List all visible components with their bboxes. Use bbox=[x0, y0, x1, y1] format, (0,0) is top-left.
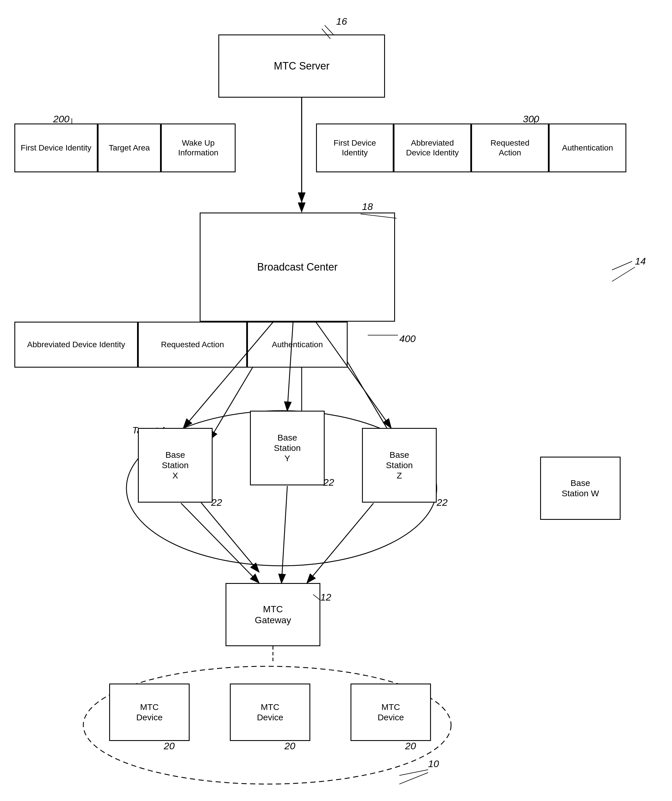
svg-line-11 bbox=[400, 772, 428, 784]
ref-12: 12 bbox=[320, 592, 331, 603]
mtc-gateway-label: MTCGateway bbox=[255, 604, 291, 626]
msg300-field4: Authentication bbox=[549, 124, 626, 172]
ref-22-x: 22 bbox=[211, 497, 222, 508]
ref-20-2: 20 bbox=[284, 740, 295, 751]
msg200-field1: First Device Identity bbox=[15, 124, 98, 172]
msg200-field3: Wake UpInformation bbox=[161, 124, 235, 172]
msg200-field2: Target Area bbox=[98, 124, 161, 172]
diagram-container: 16 MTC Server 200 First Device Identity … bbox=[0, 0, 672, 801]
svg-line-8 bbox=[612, 267, 635, 281]
msg400-field2: Requested Action bbox=[138, 322, 247, 368]
mtc-device-2-box: MTCDevice bbox=[230, 684, 310, 741]
msg400-field1: Abbreviated Device Identity bbox=[15, 322, 138, 368]
msg300-field1: First DeviceIdentity bbox=[316, 124, 393, 172]
base-station-w-box: BaseStation W bbox=[540, 457, 620, 520]
mtc-device-3-box: MTCDevice bbox=[351, 684, 431, 741]
ref-14: 14 bbox=[635, 256, 646, 267]
ref-10: 10 bbox=[428, 758, 439, 769]
mtc-server-box: MTC Server bbox=[218, 34, 385, 98]
ref-22-y: 22 bbox=[323, 477, 334, 488]
svg-line-7 bbox=[325, 25, 333, 34]
ref-10-line-svg bbox=[400, 767, 457, 796]
msg300-field2: AbbreviatedDevice Identity bbox=[393, 124, 471, 172]
msg400-field3: Authentication bbox=[247, 322, 348, 368]
ref-16: 16 bbox=[336, 16, 347, 27]
mtc-gateway-box: MTCGateway bbox=[226, 583, 320, 646]
ref-200: 200 bbox=[53, 113, 69, 125]
ref-300: 300 bbox=[523, 113, 539, 125]
mtc-server-label: MTC Server bbox=[274, 60, 330, 72]
ref-20-1: 20 bbox=[164, 740, 175, 751]
msg300-field3: RequestedAction bbox=[471, 124, 549, 172]
broadcast-center-box: Broadcast Center bbox=[200, 212, 395, 322]
mtc-device-1-box: MTCDevice bbox=[109, 684, 190, 741]
ref-400: 400 bbox=[400, 333, 416, 344]
base-station-y-box: BaseStationY bbox=[250, 411, 325, 485]
ref-22-z: 22 bbox=[437, 497, 448, 508]
ref-20-3: 20 bbox=[405, 740, 416, 751]
broadcast-center-label: Broadcast Center bbox=[257, 261, 338, 273]
base-station-x-box: BaseStationX bbox=[138, 428, 213, 503]
ref-18: 18 bbox=[362, 201, 373, 212]
base-station-z-box: BaseStationZ bbox=[362, 428, 437, 503]
